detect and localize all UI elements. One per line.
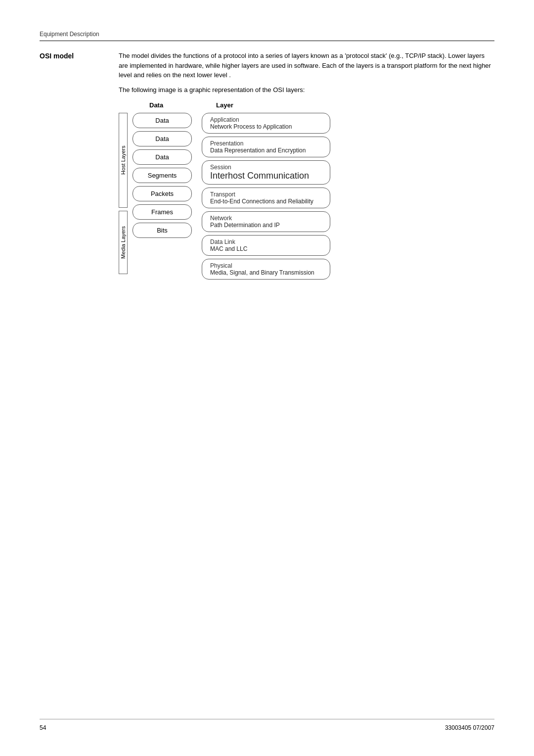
media-layers-label: Media Layers	[119, 211, 128, 274]
layer-desc-4: Path Determination and IP	[210, 222, 322, 229]
osi-diagram-wrapper: Data Layer Host Layers Media Layers	[119, 101, 494, 283]
boxes-columns: Data Data Data Se	[133, 113, 330, 283]
layer-box-0: Application Network Process to Applicati…	[202, 113, 330, 134]
layer-name-2: Session	[210, 164, 322, 171]
header-label: Equipment Description	[40, 31, 99, 38]
data-boxes-column: Data Data Data Se	[133, 113, 192, 283]
col-header-data: Data	[134, 101, 211, 109]
data-box-1: Data	[133, 131, 192, 146]
description-paragraph: The model divides the functions of a pro…	[119, 51, 494, 80]
layer-desc-6: Media, Signal, and Binary Transmission	[210, 269, 322, 276]
col-header-layer: Layer	[211, 101, 233, 109]
layer-name-4: Network	[210, 215, 322, 222]
layer-name-1: Presentation	[210, 140, 322, 147]
data-box-4: Packets	[133, 186, 192, 201]
layer-box-1: Presentation Data Representation and Enc…	[202, 137, 330, 157]
page-header: Equipment Description	[40, 30, 494, 41]
data-box-6: Bits	[133, 223, 192, 238]
layer-boxes-column: Application Network Process to Applicati…	[202, 113, 330, 283]
data-box-2: Data	[133, 149, 192, 165]
page-footer: 54 33003405 07/2007	[40, 719, 494, 731]
term-label: OSI model	[40, 52, 74, 60]
col-headers: Data Layer	[119, 101, 494, 109]
term-column: OSI model	[40, 51, 119, 283]
layer-desc-1: Data Representation and Encryption	[210, 147, 322, 154]
side-labels-container: Host Layers Media Layers	[119, 113, 130, 283]
layer-desc-3: End-to-End Connections and Reliability	[210, 198, 322, 205]
layer-name-5: Data Link	[210, 238, 322, 245]
layer-name-0: Application	[210, 116, 322, 123]
data-box-5: Frames	[133, 204, 192, 220]
footer-doc-ref: 33003405 07/2007	[445, 724, 494, 731]
layer-desc-2: Interhost Communication	[210, 171, 322, 181]
layer-box-6: Physical Media, Signal, and Binary Trans…	[202, 259, 330, 280]
page-container: Equipment Description OSI model The mode…	[0, 0, 534, 756]
layer-desc-0: Network Process to Application	[210, 123, 322, 130]
layer-desc-5: MAC and LLC	[210, 245, 322, 252]
osi-full-diagram: Host Layers Media Layers Data	[119, 113, 494, 283]
data-box-3: Segments	[133, 168, 192, 183]
layer-name-3: Transport	[210, 191, 322, 198]
layer-name-6: Physical	[210, 262, 322, 269]
footer-page-number: 54	[40, 724, 46, 731]
layer-box-4: Network Path Determination and IP	[202, 211, 330, 232]
content-section: OSI model The model divides the function…	[40, 51, 494, 283]
graphic-intro: The following image is a graphic represe…	[119, 86, 494, 94]
host-layers-label: Host Layers	[119, 113, 128, 208]
layer-box-2: Session Interhost Communication	[202, 160, 330, 185]
data-box-0: Data	[133, 113, 192, 128]
description-column: The model divides the functions of a pro…	[119, 51, 494, 283]
layer-box-5: Data Link MAC and LLC	[202, 235, 330, 256]
layer-box-3: Transport End-to-End Connections and Rel…	[202, 188, 330, 208]
